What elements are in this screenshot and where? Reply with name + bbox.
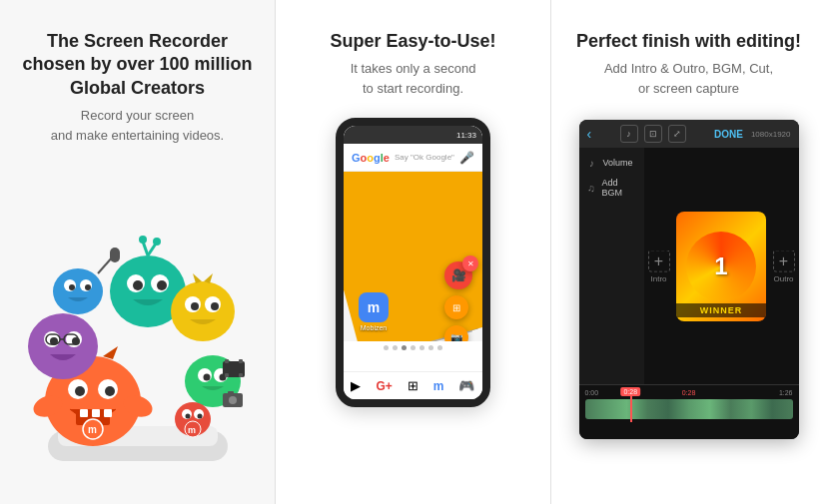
svg-text:m: m bbox=[188, 425, 196, 435]
floating-record-buttons: 🎥 ✕ ⊞ 📷 bbox=[444, 261, 472, 341]
panel1-subtitle: Record your screenand make entertaining … bbox=[51, 106, 224, 145]
back-icon[interactable]: ‹ bbox=[587, 126, 592, 142]
volume-menu-item[interactable]: ♪ Volume bbox=[585, 156, 638, 170]
candy-spiral: 1 bbox=[686, 232, 756, 301]
m-icon: m bbox=[433, 379, 444, 393]
google-prompt: Say "Ok Google" bbox=[394, 153, 455, 162]
record-button-container: 🎥 ✕ bbox=[444, 261, 472, 289]
phone-time: 11:33 bbox=[456, 131, 476, 140]
svg-line-32 bbox=[148, 244, 156, 255]
editor-tool-icons: ♪ ⊡ ⤢ bbox=[599, 125, 706, 143]
phone-mockup: 11:33 Google Say "Ok Google" 🎤 🎥 bbox=[336, 118, 490, 407]
mic-icon: 🎤 bbox=[459, 151, 474, 165]
svg-line-30 bbox=[143, 242, 148, 255]
time-start: 0:00 bbox=[585, 389, 599, 396]
svg-point-31 bbox=[139, 236, 147, 244]
outro-label: Outro bbox=[773, 273, 793, 282]
volume-label: Volume bbox=[603, 158, 633, 168]
phone-google-bar: Google Say "Ok Google" 🎤 bbox=[344, 144, 482, 172]
dot-6 bbox=[428, 345, 433, 350]
panel3-title: Perfect finish with editing! bbox=[576, 30, 801, 53]
phone-screen: 11:33 Google Say "Ok Google" 🎤 🎥 bbox=[344, 126, 482, 399]
editor-top-bar: ‹ ♪ ⊡ ⤢ DONE 1080x1920 bbox=[579, 120, 799, 148]
dot-4 bbox=[411, 345, 415, 350]
winner-text: WINNER bbox=[676, 303, 766, 317]
panel2-subtitle: It takes only a secondto start recording… bbox=[351, 59, 476, 98]
music-icon[interactable]: ♪ bbox=[620, 125, 638, 143]
svg-point-17 bbox=[28, 313, 98, 379]
svg-point-37 bbox=[191, 302, 199, 310]
add-outro-button[interactable]: + bbox=[773, 250, 795, 271]
timeline-track[interactable]: 0:28 bbox=[585, 399, 793, 419]
svg-rect-10 bbox=[104, 409, 112, 417]
svg-text:m: m bbox=[88, 424, 97, 435]
record-options-button[interactable]: ⊞ bbox=[444, 295, 468, 319]
add-intro-button[interactable]: + bbox=[648, 250, 670, 271]
page-dots bbox=[344, 341, 482, 354]
editor-mockup: ‹ ♪ ⊡ ⤢ DONE 1080x1920 ♪ Volume ♫ Add BG… bbox=[579, 120, 799, 439]
svg-point-28 bbox=[133, 280, 143, 290]
time-end: 1:26 bbox=[779, 389, 793, 396]
monsters-svg: m bbox=[18, 162, 258, 471]
editor-preview: + Intro 1 WINNER + Outro bbox=[644, 148, 799, 384]
svg-rect-64 bbox=[225, 359, 229, 363]
dot-7 bbox=[437, 345, 442, 350]
bgm-menu-item[interactable]: ♫ Add BGM bbox=[585, 178, 638, 198]
mobizen-icon: m bbox=[359, 292, 389, 322]
panel1-title: The Screen Recorderchosen by over 100 mi… bbox=[22, 30, 252, 100]
svg-point-54 bbox=[229, 396, 237, 404]
intro-label: Intro bbox=[650, 273, 666, 282]
svg-point-5 bbox=[75, 386, 85, 396]
svg-point-59 bbox=[185, 414, 190, 419]
google-logo: Google bbox=[352, 152, 390, 164]
phone-status-bar: 11:33 bbox=[344, 126, 482, 144]
playhead-time-marker: 0:28 bbox=[620, 387, 640, 396]
apps-icon: ⊞ bbox=[408, 378, 418, 393]
svg-point-6 bbox=[105, 386, 115, 396]
panel-2: Super Easy-to-Use! It takes only a secon… bbox=[276, 0, 551, 504]
layout-icon[interactable]: ⊡ bbox=[644, 125, 662, 143]
svg-rect-55 bbox=[228, 391, 234, 395]
svg-point-38 bbox=[211, 302, 219, 310]
bgm-label: Add BGM bbox=[601, 178, 637, 198]
resolution-label: 1080x1920 bbox=[751, 130, 791, 139]
svg-rect-67 bbox=[239, 373, 243, 377]
monsters-illustration: m bbox=[18, 162, 258, 461]
dot-3 bbox=[402, 345, 407, 350]
timeline-playhead[interactable] bbox=[630, 396, 632, 422]
timeline-timestamps: 0:00 0:28 1:26 bbox=[585, 389, 793, 396]
svg-point-29 bbox=[157, 280, 167, 290]
mobizen-label: Mobizen bbox=[361, 324, 387, 331]
done-button[interactable]: DONE bbox=[714, 129, 743, 140]
svg-point-41 bbox=[53, 268, 103, 314]
google-plus-icon: G+ bbox=[376, 379, 392, 393]
camera-button[interactable]: 📷 bbox=[444, 325, 468, 341]
intro-area: + Intro bbox=[648, 250, 670, 282]
dot-5 bbox=[419, 345, 424, 350]
expand-icon[interactable]: ⤢ bbox=[668, 125, 686, 143]
panel2-title: Super Easy-to-Use! bbox=[330, 30, 495, 53]
svg-point-33 bbox=[153, 238, 161, 246]
svg-rect-47 bbox=[110, 248, 120, 262]
bgm-icon: ♫ bbox=[585, 181, 598, 195]
svg-rect-66 bbox=[225, 373, 229, 377]
panel-1: The Screen Recorderchosen by over 100 mi… bbox=[0, 0, 276, 504]
mobizen-app: m Mobizen bbox=[359, 292, 389, 331]
dot-1 bbox=[384, 345, 389, 350]
svg-rect-9 bbox=[92, 409, 100, 417]
time-middle: 0:28 bbox=[682, 389, 696, 396]
editor-main: ♪ Volume ♫ Add BGM + Intro bbox=[579, 148, 799, 384]
svg-point-51 bbox=[203, 374, 210, 381]
youtube-icon: ▶ bbox=[351, 378, 361, 393]
svg-point-60 bbox=[197, 414, 202, 419]
phone-wallpaper: 🎥 ✕ ⊞ 📷 m Mobizen bbox=[344, 172, 482, 341]
svg-point-44 bbox=[69, 284, 75, 290]
outro-area: + Outro bbox=[773, 250, 795, 282]
svg-point-34 bbox=[171, 281, 235, 341]
phone-bottom-bar: ▶ G+ ⊞ m 🎮 bbox=[344, 371, 482, 399]
editor-timeline: 0:00 0:28 1:26 0:28 bbox=[579, 384, 799, 439]
editor-video-area: + Intro 1 WINNER + Outro bbox=[644, 148, 799, 384]
dot-2 bbox=[393, 345, 398, 350]
editor-left-panel: ♪ Volume ♫ Add BGM bbox=[579, 148, 644, 384]
svg-rect-8 bbox=[80, 409, 88, 417]
